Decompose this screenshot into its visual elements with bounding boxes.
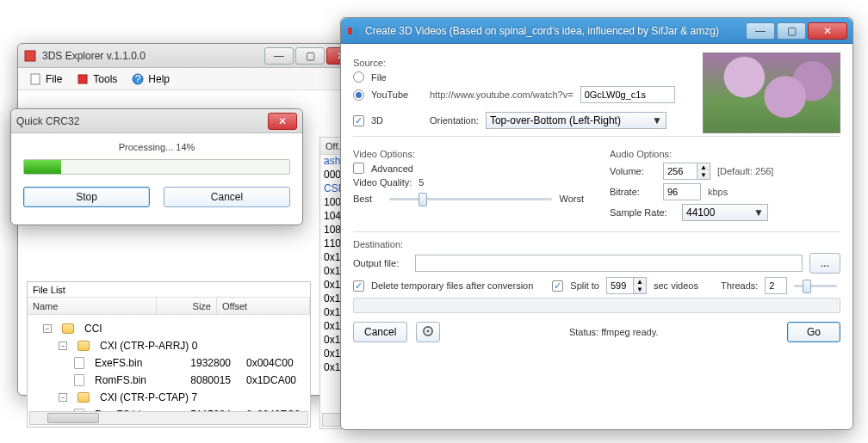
svg-rect-2 [78, 75, 87, 83]
chevron-up-icon[interactable]: ▲ [634, 278, 646, 286]
create3d-window: Create 3D Videos (Based on spinal_cord's… [340, 17, 853, 430]
threed-checkbox[interactable] [353, 115, 364, 126]
orientation-label: Orientation: [430, 115, 479, 126]
threed-label: 3D [371, 115, 423, 126]
close-button[interactable]: ✕ [268, 113, 297, 130]
menu-help[interactable]: ? Help [126, 71, 175, 88]
source-file-radio[interactable] [353, 71, 364, 83]
maximize-button[interactable]: ▢ [777, 22, 806, 40]
chevron-down-icon: ▼ [753, 206, 764, 218]
crc-title: Quick CRC32 [16, 115, 268, 127]
file-icon [28, 72, 42, 86]
crc-titlebar[interactable]: Quick CRC32 ✕ [11, 109, 302, 133]
youtube-id-input[interactable]: 0GcLW0g_c1s [580, 86, 675, 103]
tools-icon [76, 72, 90, 86]
output-file-label: Output file: [353, 258, 408, 268]
cancel-button[interactable]: Cancel [164, 187, 290, 207]
output-file-input[interactable] [415, 255, 803, 272]
chevron-up-icon[interactable]: ▲ [698, 163, 710, 171]
col-offset-f[interactable]: Offset [217, 298, 310, 314]
destination-label: Destination: [353, 239, 840, 249]
source-youtube-radio[interactable] [353, 89, 364, 101]
video-quality-label: Video Quality: [353, 177, 412, 188]
volume-spinner[interactable]: 256 ▲▼ [663, 163, 710, 180]
video-quality-value: 5 [418, 177, 424, 188]
delete-temp-checkbox[interactable] [353, 280, 364, 292]
delete-temp-label: Delete temporary files after conversion [371, 280, 533, 291]
overall-progressbar [353, 298, 840, 313]
svg-rect-5 [348, 28, 352, 34]
menu-tools-label: Tools [93, 73, 117, 85]
stop-button[interactable]: Stop [23, 187, 150, 207]
menu-file-label: File [46, 73, 62, 85]
explorer-title: 3DS Explorer v.1.1.0.0 [42, 50, 264, 62]
go-button[interactable]: Go [787, 322, 840, 342]
menu-tools[interactable]: Tools [71, 71, 122, 88]
create3d-titlebar[interactable]: Create 3D Videos (Based on spinal_cord's… [341, 18, 852, 44]
col-size[interactable]: Size [157, 298, 217, 314]
bitrate-label: Bitrate: [610, 187, 656, 197]
status-text: Status: ffmpeg ready. [449, 327, 778, 337]
source-youtube-label: YouTube [371, 89, 423, 100]
maximize-button[interactable]: ▢ [295, 47, 325, 65]
chevron-down-icon[interactable]: ▼ [698, 171, 710, 179]
threads-slider[interactable] [794, 278, 837, 293]
app-icon [346, 24, 360, 38]
create3d-title: Create 3D Videos (Based on spinal_cord's… [365, 25, 746, 37]
advanced-label: Advanced [371, 163, 413, 174]
orientation-select[interactable]: Top-over-Bottom (Left-Right)▼ [486, 112, 666, 129]
samplerate-label: Sample Rate: [610, 207, 675, 218]
tree-file[interactable]: RomFS.bin80800150x1DCA00 [31, 373, 307, 387]
source-file-label: File [371, 72, 387, 83]
tree-folder-cxi7[interactable]: −CXI (CTR-P-CTAP) 7 [31, 391, 307, 404]
split-spinner[interactable]: 599 ▲▼ [606, 277, 647, 294]
svg-rect-0 [25, 51, 35, 61]
threads-label: Threads: [721, 280, 758, 291]
svg-rect-6 [354, 28, 358, 34]
filelist-pane: File List Name Size Offset −CCI −CXI (CT… [27, 281, 311, 428]
gear-icon [422, 325, 434, 340]
minimize-button[interactable]: — [264, 47, 294, 65]
volume-label: Volume: [610, 166, 656, 176]
split-to-label: Split to [570, 280, 599, 291]
svg-text:?: ? [135, 73, 141, 85]
chevron-down-icon[interactable]: ▼ [634, 286, 646, 293]
advanced-checkbox[interactable] [353, 163, 364, 174]
svg-point-8 [427, 329, 430, 332]
filelist-title: File List [28, 282, 310, 298]
filelist-hscroll[interactable] [29, 411, 308, 425]
youtube-url-prefix: http://www.youtube.com/watch?v= [430, 89, 574, 100]
close-button[interactable]: ✕ [808, 22, 847, 40]
browse-button[interactable]: ... [809, 253, 840, 274]
video-quality-slider[interactable] [389, 191, 552, 206]
video-options-label: Video Options: [353, 149, 584, 159]
app-icon [23, 49, 37, 63]
help-icon: ? [131, 72, 145, 86]
col-name[interactable]: Name [28, 298, 157, 314]
chevron-down-icon: ▼ [652, 114, 662, 126]
bitrate-input[interactable]: 96 [663, 183, 701, 200]
settings-button[interactable] [416, 322, 440, 342]
tree-file[interactable]: ExeFS.bin19328000x004C00 [31, 356, 307, 370]
samplerate-select[interactable]: 44100▼ [682, 204, 768, 221]
menu-help-label: Help [148, 73, 170, 85]
minimize-button[interactable]: — [746, 22, 775, 40]
crc-window: Quick CRC32 ✕ Processing... 14% Stop Can… [10, 108, 303, 225]
menubar: File Tools ? Help [18, 68, 361, 90]
tree-folder-cci[interactable]: −CCI [31, 322, 307, 335]
bitrate-unit: kbps [708, 187, 728, 197]
explorer-titlebar[interactable]: 3DS Explorer v.1.1.0.0 — ▢ ✕ [18, 44, 361, 68]
best-label: Best [353, 194, 382, 204]
menu-file[interactable]: File [23, 71, 67, 88]
tree-folder-cxi0[interactable]: −CXI (CTR-P-ARRJ) 0 [31, 339, 307, 353]
svg-rect-1 [31, 74, 40, 84]
cancel-button[interactable]: Cancel [353, 322, 407, 342]
split-unit: sec videos [654, 280, 698, 291]
split-checkbox[interactable] [552, 280, 563, 292]
worst-label: Worst [559, 194, 584, 204]
threads-value: 2 [765, 277, 787, 294]
volume-default: [Default: 256] [717, 166, 773, 176]
audio-options-label: Audio Options: [610, 149, 840, 159]
progressbar [23, 159, 290, 175]
progress-text: Processing... 14% [23, 142, 290, 152]
